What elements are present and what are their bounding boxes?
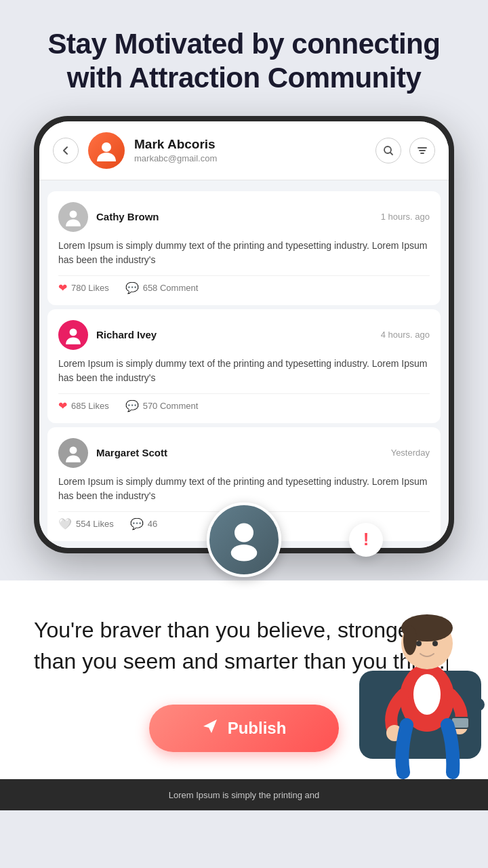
publish-button-container: Publish bbox=[34, 705, 454, 752]
likes-count-2: 685 Likes bbox=[71, 401, 109, 411]
post-text-3: Lorem Ipsum is simply dummy text of the … bbox=[58, 475, 430, 503]
heart-icon-3: 🤍 bbox=[58, 517, 72, 530]
publish-button[interactable]: Publish bbox=[149, 705, 339, 752]
likes-count-1: 780 Likes bbox=[71, 283, 109, 293]
post-time-2: 4 hours. ago bbox=[381, 330, 430, 340]
post-text-1: Lorem Ipsum is simply dummy text of the … bbox=[58, 239, 430, 267]
comment-icon-2: 💬 bbox=[125, 399, 139, 412]
quote-text: You're braver than you believe, stronger… bbox=[34, 614, 454, 677]
like-button-2[interactable]: ❤ 685 Likes bbox=[58, 399, 109, 412]
avatar-person-icon bbox=[88, 132, 125, 169]
profile-info: Mark Abcoris markabc@gmail.com bbox=[134, 137, 375, 163]
like-button-1[interactable]: ❤ 780 Likes bbox=[58, 281, 109, 294]
alert-icon: ! bbox=[363, 529, 369, 550]
comment-icon-3: 💬 bbox=[130, 517, 144, 530]
comment-button-1[interactable]: 💬 658 Comment bbox=[125, 281, 199, 294]
quote-text-content: You're braver than you believe, stronger… bbox=[34, 618, 445, 673]
svg-point-4 bbox=[70, 446, 77, 454]
white-card: You're braver than you believe, stronger… bbox=[0, 580, 488, 779]
filter-button[interactable] bbox=[409, 138, 435, 163]
comment-button-2[interactable]: 💬 570 Comment bbox=[125, 399, 199, 412]
post-avatar-1 bbox=[58, 202, 88, 232]
likes-count-3: 554 Likes bbox=[76, 519, 114, 529]
svg-point-2 bbox=[70, 210, 77, 218]
post-author-2: Richard Ivey bbox=[96, 329, 381, 340]
hero-title: Stay Motivated by connecting with Attrac… bbox=[0, 0, 488, 116]
post-time-1: 1 hours. ago bbox=[381, 212, 430, 222]
post-meta-3: Margaret Scott bbox=[96, 447, 391, 458]
comment-icon-1: 💬 bbox=[125, 281, 139, 294]
back-button[interactable] bbox=[53, 138, 79, 163]
bottom-teaser-text: Lorem Ipsum is simply the printing and bbox=[169, 790, 320, 800]
svg-point-5 bbox=[235, 523, 253, 542]
phone-inner: Mark Abcoris markabc@gmail.com bbox=[39, 121, 449, 548]
post-card-2: Richard Ivey 4 hours. ago Lorem Ipsum is… bbox=[47, 309, 441, 423]
like-button-3[interactable]: 🤍 554 Likes bbox=[58, 517, 114, 530]
comment-button-3[interactable]: 💬 46 bbox=[130, 517, 157, 530]
search-button[interactable] bbox=[375, 138, 401, 163]
post-time-3: Yesterday bbox=[391, 448, 430, 458]
comments-count-2: 570 Comment bbox=[143, 401, 199, 411]
svg-point-6 bbox=[231, 545, 258, 561]
profile-header: Mark Abcoris markabc@gmail.com bbox=[39, 121, 449, 180]
floating-avatar-container: ! bbox=[0, 540, 488, 580]
bottom-bar: Lorem Ipsum is simply the printing and bbox=[0, 779, 488, 810]
header-icons bbox=[375, 138, 435, 163]
comments-count-1: 658 Comment bbox=[143, 283, 199, 293]
post-header-3: Margaret Scott Yesterday bbox=[58, 438, 430, 468]
feed-content: Cathy Brown 1 hours. ago Lorem Ipsum is … bbox=[39, 180, 449, 548]
profile-email: markabc@gmail.com bbox=[134, 153, 375, 163]
heart-icon-2: ❤ bbox=[58, 399, 67, 412]
comments-count-3: 46 bbox=[148, 519, 157, 529]
post-author-3: Margaret Scott bbox=[96, 447, 391, 458]
post-avatar-3 bbox=[58, 438, 88, 468]
svg-point-3 bbox=[70, 328, 77, 336]
post-text-2: Lorem Ipsum is simply dummy text of the … bbox=[58, 357, 430, 385]
alert-bubble: ! bbox=[349, 523, 383, 557]
text-cursor bbox=[447, 652, 448, 674]
post-meta-1: Cathy Brown bbox=[96, 211, 381, 222]
post-actions-2: ❤ 685 Likes 💬 570 Comment bbox=[58, 393, 430, 412]
phone-outer: Mark Abcoris markabc@gmail.com bbox=[34, 116, 454, 553]
heart-icon-1: ❤ bbox=[58, 281, 67, 294]
post-header-1: Cathy Brown 1 hours. ago bbox=[58, 202, 430, 232]
profile-avatar bbox=[88, 132, 125, 169]
svg-point-0 bbox=[102, 142, 111, 152]
post-avatar-2 bbox=[58, 320, 88, 350]
publish-label: Publish bbox=[228, 719, 287, 738]
profile-name: Mark Abcoris bbox=[134, 137, 375, 152]
post-card: Cathy Brown 1 hours. ago Lorem Ipsum is … bbox=[47, 191, 441, 305]
post-header-2: Richard Ivey 4 hours. ago bbox=[58, 320, 430, 350]
overlay-avatar bbox=[207, 502, 281, 577]
post-author-1: Cathy Brown bbox=[96, 211, 381, 222]
phone-mockup: Mark Abcoris markabc@gmail.com bbox=[34, 116, 454, 553]
post-actions-1: ❤ 780 Likes 💬 658 Comment bbox=[58, 275, 430, 294]
post-meta-2: Richard Ivey bbox=[96, 329, 381, 340]
page-container: Stay Motivated by connecting with Attrac… bbox=[0, 0, 488, 868]
publish-icon bbox=[202, 718, 218, 738]
